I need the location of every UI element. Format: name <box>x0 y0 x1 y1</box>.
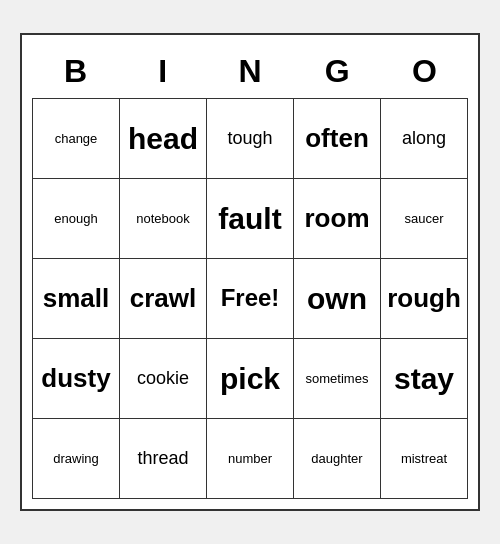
bingo-header: BINGO <box>32 45 468 98</box>
bingo-cell-r1-c0: enough <box>33 179 120 259</box>
cell-text: fault <box>218 201 281 237</box>
cell-text: notebook <box>136 211 190 227</box>
bingo-cell-r3-c2: pick <box>207 339 294 419</box>
bingo-cell-r3-c4: stay <box>381 339 468 419</box>
header-letter-n: N <box>206 45 293 98</box>
cell-text: thread <box>137 448 188 470</box>
cell-text: rough <box>387 283 461 314</box>
header-letter-b: B <box>32 45 119 98</box>
cell-text: small <box>43 283 110 314</box>
cell-text: often <box>305 123 369 154</box>
cell-text: head <box>128 121 198 157</box>
bingo-cell-r4-c4: mistreat <box>381 419 468 499</box>
header-letter-i: I <box>119 45 206 98</box>
cell-text: number <box>228 451 272 467</box>
bingo-cell-r2-c1: crawl <box>120 259 207 339</box>
cell-text: crawl <box>130 283 197 314</box>
bingo-cell-r4-c0: drawing <box>33 419 120 499</box>
cell-text: Free! <box>221 284 280 313</box>
cell-text: tough <box>227 128 272 150</box>
cell-text: cookie <box>137 368 189 390</box>
bingo-cell-r4-c1: thread <box>120 419 207 499</box>
cell-text: enough <box>54 211 97 227</box>
bingo-cell-r0-c4: along <box>381 99 468 179</box>
cell-text: room <box>305 203 370 234</box>
cell-text: sometimes <box>306 371 369 387</box>
cell-text: own <box>307 281 367 317</box>
bingo-cell-r2-c4: rough <box>381 259 468 339</box>
bingo-cell-r3-c0: dusty <box>33 339 120 419</box>
header-letter-g: G <box>294 45 381 98</box>
bingo-cell-r0-c1: head <box>120 99 207 179</box>
cell-text: daughter <box>311 451 362 467</box>
cell-text: along <box>402 128 446 150</box>
bingo-card: BINGO changeheadtoughoftenalongenoughnot… <box>20 33 480 511</box>
bingo-cell-r1-c4: saucer <box>381 179 468 259</box>
bingo-cell-r0-c3: often <box>294 99 381 179</box>
bingo-cell-r1-c2: fault <box>207 179 294 259</box>
cell-text: drawing <box>53 451 99 467</box>
bingo-cell-r0-c2: tough <box>207 99 294 179</box>
bingo-cell-r3-c3: sometimes <box>294 339 381 419</box>
bingo-grid: changeheadtoughoftenalongenoughnotebookf… <box>32 98 468 499</box>
cell-text: stay <box>394 361 454 397</box>
bingo-cell-r0-c0: change <box>33 99 120 179</box>
cell-text: change <box>55 131 98 147</box>
header-letter-o: O <box>381 45 468 98</box>
bingo-cell-r2-c2: Free! <box>207 259 294 339</box>
cell-text: pick <box>220 361 280 397</box>
cell-text: saucer <box>404 211 443 227</box>
bingo-cell-r3-c1: cookie <box>120 339 207 419</box>
bingo-cell-r1-c3: room <box>294 179 381 259</box>
bingo-cell-r4-c2: number <box>207 419 294 499</box>
bingo-cell-r2-c0: small <box>33 259 120 339</box>
cell-text: mistreat <box>401 451 447 467</box>
cell-text: dusty <box>41 363 110 394</box>
bingo-cell-r4-c3: daughter <box>294 419 381 499</box>
bingo-cell-r1-c1: notebook <box>120 179 207 259</box>
bingo-cell-r2-c3: own <box>294 259 381 339</box>
